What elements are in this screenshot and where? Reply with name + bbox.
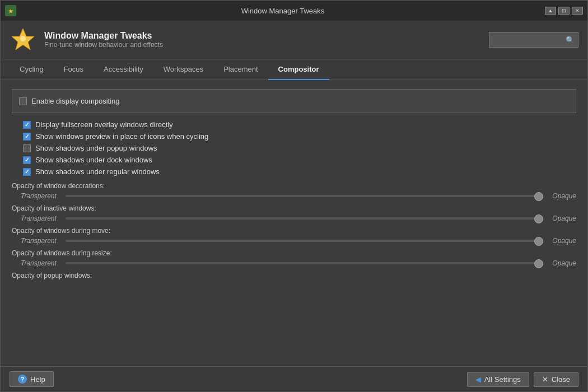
- slider-inactive-row: Transparent Opaque: [12, 214, 576, 222]
- all-settings-icon: ◀: [475, 375, 481, 384]
- option-preview-label: Show windows preview in place of icons w…: [35, 132, 208, 141]
- slider-resize[interactable]: [66, 262, 540, 264]
- footer: ? Help ◀ All Settings ✕ Close: [1, 366, 587, 391]
- tab-placement[interactable]: Placement: [213, 59, 268, 80]
- titlebar-app-icon: ★: [5, 5, 16, 16]
- tab-focus[interactable]: Focus: [54, 59, 94, 80]
- slider-move-label: Opacity of windows during move:: [12, 227, 576, 235]
- slider-resize-row: Transparent Opaque: [12, 259, 576, 267]
- app-icon: [10, 26, 36, 53]
- option-fullscreen: Display fullscreen overlay windows direc…: [12, 119, 576, 130]
- search-icon: 🔍: [566, 36, 575, 44]
- tab-accessibility[interactable]: Accessibility: [94, 59, 153, 80]
- all-settings-label: All Settings: [484, 375, 521, 384]
- titlebar-title: Window Manager Tweaks: [21, 7, 545, 15]
- option-shadow-dock-label: Show shadows under dock windows: [35, 156, 152, 164]
- slider-decorations-left: Transparent: [21, 192, 60, 200]
- help-button[interactable]: ? Help: [10, 371, 54, 387]
- all-settings-button[interactable]: ◀ All Settings: [467, 372, 529, 387]
- slider-decorations-row: Transparent Opaque: [12, 192, 576, 200]
- help-icon: ?: [18, 375, 27, 384]
- slider-inactive-right: Opaque: [545, 214, 576, 222]
- slider-inactive[interactable]: [66, 217, 540, 220]
- close-icon: ✕: [542, 375, 548, 384]
- app-title: Window Manager Tweaks: [44, 31, 163, 41]
- footer-right-buttons: ◀ All Settings ✕ Close: [467, 372, 578, 387]
- slider-inactive-label: Opacity of inactive windows:: [12, 204, 576, 212]
- slider-move-row: Transparent Opaque: [12, 237, 576, 245]
- option-shadow-popup-label: Show shadows under popup windows: [35, 144, 157, 152]
- slider-resize-right: Opaque: [545, 259, 576, 267]
- enable-compositing-item: Enable display compositing: [19, 95, 569, 107]
- main-window: ★ Window Manager Tweaks ▲ ⊡ ✕ Window Man…: [0, 0, 588, 392]
- tab-cycling[interactable]: Cycling: [10, 59, 54, 80]
- option-shadow-popup: Show shadows under popup windows: [12, 142, 576, 154]
- tab-workspaces[interactable]: Workspaces: [153, 59, 213, 80]
- close-label: Close: [552, 375, 570, 384]
- svg-text:★: ★: [8, 7, 14, 15]
- sliders-section: Opacity of window decorations: Transpare…: [12, 182, 576, 279]
- option-fullscreen-checkbox[interactable]: [23, 121, 31, 129]
- slider-decorations[interactable]: [66, 195, 540, 197]
- help-label: Help: [30, 375, 45, 384]
- option-shadow-regular-label: Show shadows under regular windows: [35, 167, 160, 176]
- option-shadow-regular: Show shadows under regular windows: [12, 166, 576, 178]
- slider-resize-label: Opacity of windows during resize:: [12, 249, 576, 257]
- slider-move-section: Opacity of windows during move: Transpar…: [12, 227, 576, 245]
- titlebar-controls: ▲ ⊡ ✕: [545, 7, 583, 15]
- slider-move-left: Transparent: [21, 237, 60, 245]
- search-box[interactable]: 🔍: [489, 32, 578, 48]
- app-subtitle: Fine-tune window behaviour and effects: [44, 41, 163, 49]
- slider-decorations-label: Opacity of window decorations:: [12, 182, 576, 190]
- enable-compositing-label: Enable display compositing: [31, 97, 120, 105]
- option-fullscreen-label: Display fullscreen overlay windows direc…: [35, 120, 173, 129]
- tab-bar: Cycling Focus Accessibility Workspaces P…: [1, 59, 587, 80]
- titlebar: ★ Window Manager Tweaks ▲ ⊡ ✕: [1, 1, 587, 21]
- slider-popup-label: Opacity of popup windows:: [12, 272, 576, 279]
- slider-resize-section: Opacity of windows during resize: Transp…: [12, 249, 576, 267]
- close-button[interactable]: ✕ Close: [534, 372, 578, 387]
- restore-button[interactable]: ⊡: [558, 7, 570, 15]
- slider-move-right: Opaque: [545, 237, 576, 245]
- app-header: Window Manager Tweaks Fine-tune window b…: [1, 21, 587, 59]
- slider-decorations-right: Opaque: [545, 192, 576, 200]
- compositing-options: Display fullscreen overlay windows direc…: [12, 119, 576, 178]
- option-shadow-popup-checkbox[interactable]: [23, 144, 31, 152]
- slider-inactive-section: Opacity of inactive windows: Transparent…: [12, 204, 576, 222]
- header-text: Window Manager Tweaks Fine-tune window b…: [44, 31, 163, 49]
- option-preview: Show windows preview in place of icons w…: [12, 130, 576, 142]
- slider-resize-left: Transparent: [21, 259, 60, 267]
- search-input[interactable]: [493, 36, 566, 44]
- option-preview-checkbox[interactable]: [23, 133, 31, 141]
- tab-compositor[interactable]: Compositor: [268, 59, 329, 80]
- option-shadow-dock-checkbox[interactable]: [23, 156, 31, 164]
- main-content: Enable display compositing Display fulls…: [1, 80, 587, 366]
- minimize-button[interactable]: ▲: [545, 7, 556, 15]
- slider-inactive-left: Transparent: [21, 214, 60, 222]
- slider-decorations-section: Opacity of window decorations: Transpare…: [12, 182, 576, 200]
- slider-move[interactable]: [66, 240, 540, 242]
- close-button[interactable]: ✕: [572, 7, 583, 15]
- enable-compositing-group: Enable display compositing: [12, 89, 576, 113]
- svg-point-4: [20, 36, 26, 41]
- option-shadow-regular-checkbox[interactable]: [23, 168, 31, 176]
- enable-compositing-checkbox[interactable]: [19, 97, 27, 105]
- option-shadow-dock: Show shadows under dock windows: [12, 154, 576, 166]
- slider-popup-section: Opacity of popup windows:: [12, 272, 576, 279]
